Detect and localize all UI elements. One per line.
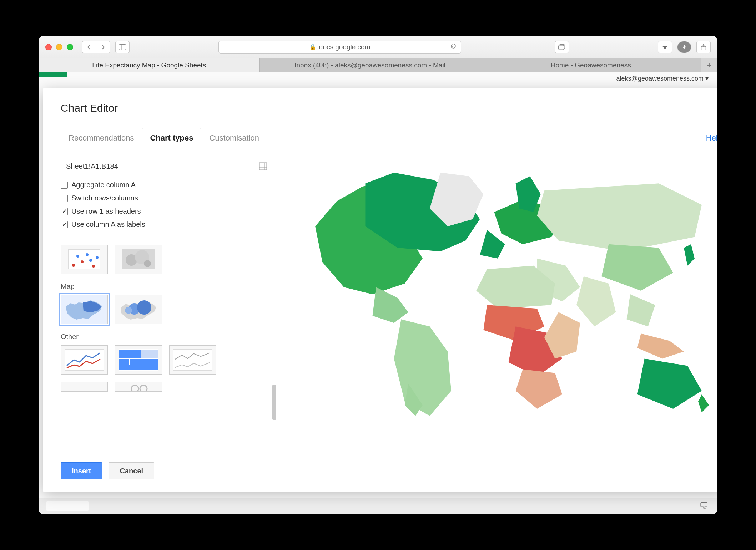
chart-type-geo-bubble[interactable]	[115, 295, 162, 324]
svg-rect-16	[65, 350, 104, 371]
sidebar-icon	[119, 44, 126, 50]
scatter-thumbnail-icon	[68, 249, 100, 269]
browser-tab-0[interactable]: Life Expectancy Map - Google Sheets	[39, 58, 260, 72]
chart-group-map	[61, 295, 271, 324]
browser-tab-1[interactable]: Inbox (408) - aleks@geoawesomeness.com -…	[260, 58, 481, 72]
downloads-button[interactable]	[677, 41, 691, 53]
section-other: Other	[61, 333, 271, 341]
dialog-title: Chart Editor	[43, 102, 717, 121]
svg-rect-0	[119, 44, 126, 50]
close-window-button[interactable]	[45, 44, 52, 50]
back-button[interactable]	[82, 41, 96, 53]
checkbox-icon	[61, 208, 68, 215]
chart-group-other	[61, 345, 271, 375]
browser-window: 🔒 docs.google.com ★ Life Expectancy Map …	[39, 36, 717, 514]
dialog-body: Aggregate column A Switch rows/columns U…	[43, 148, 717, 451]
options-list: Aggregate column A Switch rows/columns U…	[61, 181, 271, 229]
star-icon: ★	[662, 43, 668, 51]
option-col-a-labels[interactable]: Use column A as labels	[61, 220, 271, 229]
grid-icon	[259, 162, 267, 170]
share-icon	[701, 44, 706, 50]
svg-point-14	[137, 300, 151, 315]
tabs-overview-button[interactable]	[555, 41, 569, 53]
reload-button[interactable]	[450, 43, 457, 51]
chart-group-scatter	[61, 245, 271, 274]
gauge-thumbnail-icon	[128, 382, 149, 391]
browser-tab-strip: Life Expectancy Map - Google Sheets Inbo…	[39, 58, 717, 72]
svg-point-17	[131, 385, 138, 391]
chart-type-hidden-1[interactable]	[61, 382, 108, 392]
bookmark-button[interactable]: ★	[658, 41, 672, 53]
reload-icon	[450, 43, 457, 49]
chevron-right-icon	[101, 44, 105, 50]
window-controls	[45, 44, 73, 50]
option-switch-rows-cols[interactable]: Switch rows/columns	[61, 194, 271, 202]
maximize-window-button[interactable]	[67, 44, 73, 50]
svg-point-15	[125, 307, 132, 314]
download-icon	[681, 44, 687, 50]
insert-button[interactable]: Insert	[61, 462, 102, 479]
divider	[61, 238, 271, 238]
help-link[interactable]: Help	[706, 133, 717, 143]
bubble-thumbnail-icon	[122, 249, 155, 269]
share-button[interactable]	[696, 41, 711, 53]
nav-group	[82, 41, 110, 53]
chart-type-geo-map[interactable]	[61, 295, 108, 324]
chart-type-multi-line[interactable]	[61, 345, 108, 375]
browser-tab-label: Life Expectancy Map - Google Sheets	[92, 61, 206, 69]
option-label: Use row 1 as headers	[71, 207, 141, 215]
checkbox-icon	[61, 182, 68, 189]
browser-tab-2[interactable]: Home - Geoawesomeness	[480, 58, 701, 72]
chart-type-sparkline[interactable]	[169, 345, 216, 375]
lock-icon: 🔒	[309, 44, 316, 50]
tab-recommendations[interactable]: Recommendations	[61, 128, 142, 148]
option-label: Aggregate column A	[71, 181, 136, 189]
grid-select-icon[interactable]	[259, 162, 267, 172]
data-range-input[interactable]	[61, 158, 271, 174]
option-label: Use column A as labels	[71, 220, 145, 229]
svg-rect-5	[259, 163, 267, 170]
chart-type-treemap[interactable]	[115, 345, 162, 375]
address-bar[interactable]: 🔒 docs.google.com	[218, 41, 461, 54]
plus-icon: +	[707, 60, 712, 70]
page-area: aleks@geoawesomeness.com ▾ 🗨 Chart Edito…	[39, 72, 717, 514]
option-aggregate[interactable]: Aggregate column A	[61, 181, 271, 189]
dialog-footer: Insert Cancel	[61, 462, 154, 479]
option-label: Switch rows/columns	[71, 194, 138, 202]
chart-type-bubble[interactable]	[115, 245, 162, 274]
new-tab-button[interactable]: +	[701, 58, 717, 72]
tab-customisation[interactable]: Customisation	[201, 128, 267, 148]
sparkline-thumbnail-icon	[173, 349, 212, 371]
dialog-overlay: Chart Editor Recommendations Chart types…	[39, 72, 717, 514]
world-map-icon	[282, 158, 717, 423]
cancel-button[interactable]: Cancel	[109, 462, 154, 479]
chart-preview	[282, 158, 717, 423]
address-text: docs.google.com	[319, 43, 371, 51]
option-row1-headers[interactable]: Use row 1 as headers	[61, 207, 271, 215]
geo-map-thumbnail-icon	[64, 298, 105, 321]
chart-type-scatter[interactable]	[61, 245, 108, 274]
geo-bubble-thumbnail-icon	[118, 298, 159, 321]
treemap-thumbnail-icon	[119, 349, 158, 371]
browser-toolbar: 🔒 docs.google.com ★	[39, 36, 717, 58]
section-map: Map	[61, 282, 271, 291]
browser-tab-label: Inbox (408) - aleks@geoawesomeness.com -…	[294, 61, 445, 69]
checkbox-icon	[61, 221, 68, 228]
range-row	[61, 158, 271, 174]
checkbox-icon	[61, 195, 68, 202]
svg-point-12	[144, 260, 151, 267]
tabs-icon	[558, 44, 565, 50]
sidebar-button[interactable]	[115, 41, 130, 53]
dialog-tabs: Recommendations Chart types Customisatio…	[43, 128, 717, 148]
browser-tab-label: Home - Geoawesomeness	[551, 61, 631, 69]
forward-button[interactable]	[96, 41, 110, 53]
svg-point-18	[140, 385, 147, 391]
tab-chart-types[interactable]: Chart types	[142, 128, 201, 148]
chart-type-hidden-2[interactable]	[115, 382, 162, 392]
chevron-left-icon	[87, 44, 91, 50]
scrollbar-thumb[interactable]	[272, 385, 276, 420]
minimize-window-button[interactable]	[56, 44, 62, 50]
left-panel: Aggregate column A Switch rows/columns U…	[61, 158, 271, 451]
chart-editor-dialog: Chart Editor Recommendations Chart types…	[43, 88, 717, 492]
multiline-thumbnail-icon	[65, 349, 104, 371]
